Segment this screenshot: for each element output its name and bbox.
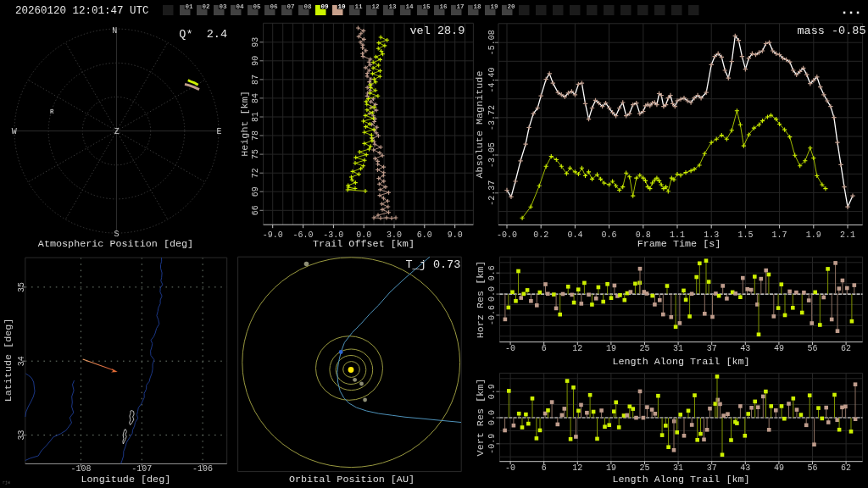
svg-text:0.6: 0.6 [602, 230, 617, 240]
svg-text:0.9: 0.9 [487, 384, 497, 399]
svg-text:10: 10 [338, 3, 347, 10]
svg-text:-5.08: -5.08 [487, 30, 497, 55]
svg-text:75: 75 [251, 149, 260, 159]
svg-text:56: 56 [807, 344, 817, 353]
svg-text:6: 6 [542, 463, 547, 473]
svg-text:13: 13 [389, 3, 398, 10]
svg-text:0.2: 0.2 [533, 230, 548, 240]
svg-text:-2.37: -2.37 [487, 180, 497, 206]
svg-text:25: 25 [639, 463, 649, 473]
svg-text:Z: Z [114, 127, 120, 136]
svg-text:0.0: 0.0 [487, 286, 497, 302]
svg-text:9.0: 9.0 [448, 230, 463, 240]
svg-text:19: 19 [491, 3, 499, 10]
svg-text:Atmospheric Position [deg]: Atmospheric Position [deg] [38, 238, 193, 250]
svg-text:-106: -106 [192, 464, 213, 474]
svg-text:-108: -108 [70, 464, 91, 474]
svg-text:90: 90 [251, 56, 260, 66]
svg-text:Latitude [deg]: Latitude [deg] [3, 319, 14, 402]
svg-text:Horz Res [km]: Horz Res [km] [475, 261, 487, 339]
svg-text:02: 02 [203, 3, 211, 10]
svg-text:Height [km]: Height [km] [239, 91, 251, 157]
svg-text:T_j 0.73: T_j 0.73 [405, 258, 460, 271]
svg-text:-6.0: -6.0 [293, 230, 314, 240]
svg-text:0.0: 0.0 [487, 410, 497, 425]
svg-text:Absolute Magnitude: Absolute Magnitude [474, 71, 486, 179]
svg-text:19: 19 [606, 344, 616, 353]
svg-text:-0.0: -0.0 [497, 230, 517, 240]
svg-text:-3.72: -3.72 [487, 105, 497, 130]
svg-text:20: 20 [508, 3, 516, 10]
svg-text:49: 49 [774, 463, 784, 473]
svg-text:31: 31 [673, 463, 683, 473]
svg-text:19: 19 [606, 463, 616, 473]
svg-text:17: 17 [457, 3, 465, 10]
svg-text:37: 37 [707, 344, 717, 353]
svg-text:0.4: 0.4 [567, 230, 582, 240]
svg-text:-3.05: -3.05 [487, 142, 497, 168]
svg-text:-9.0: -9.0 [263, 230, 283, 240]
svg-text:Trail Offset [km]: Trail Offset [km] [313, 238, 415, 250]
svg-text:-0.9: -0.9 [487, 434, 497, 454]
svg-text:18: 18 [474, 3, 482, 10]
svg-text:87: 87 [251, 75, 260, 85]
svg-text:25: 25 [639, 344, 649, 353]
svg-text:Orbital Position [AU]: Orbital Position [AU] [289, 474, 415, 485]
svg-text:78: 78 [251, 130, 260, 141]
svg-text:49: 49 [774, 344, 784, 353]
svg-text:Q* 2.4: Q* 2.4 [179, 28, 227, 41]
svg-text:16: 16 [440, 3, 448, 10]
svg-text:mass -0.85: mass -0.85 [797, 25, 865, 37]
svg-text:1.7: 1.7 [772, 230, 787, 240]
svg-text:69: 69 [251, 186, 260, 197]
svg-text:R: R [50, 108, 54, 115]
svg-text:Frame Time [s]: Frame Time [s] [637, 238, 721, 250]
svg-text:62: 62 [841, 463, 851, 473]
svg-text:20260120 12:01:47 UTC: 20260120 12:01:47 UTC [15, 5, 149, 17]
svg-text:84: 84 [251, 93, 260, 103]
svg-text:Vert Res [km]: Vert Res [km] [475, 379, 487, 457]
svg-text:Longitude [deg]: Longitude [deg] [81, 474, 171, 485]
svg-text:1.5: 1.5 [737, 230, 753, 240]
svg-text:37: 37 [707, 463, 717, 473]
svg-text:04: 04 [236, 3, 245, 10]
svg-text:Length Along Trail [km]: Length Along Trail [km] [612, 474, 749, 485]
svg-text:03: 03 [220, 3, 228, 10]
svg-text:0.6: 0.6 [487, 265, 497, 280]
svg-text:09: 09 [321, 3, 330, 10]
svg-text:07: 07 [287, 3, 296, 10]
svg-text:-4.40: -4.40 [487, 68, 497, 93]
svg-text:12: 12 [572, 463, 582, 473]
svg-text:05: 05 [253, 3, 262, 10]
svg-text:rjw: rjw [3, 480, 10, 485]
svg-text:08: 08 [304, 3, 313, 10]
svg-text:01: 01 [186, 3, 194, 10]
svg-text:1.9: 1.9 [806, 230, 821, 240]
svg-text:14: 14 [406, 3, 415, 10]
svg-text:33: 33 [17, 430, 26, 440]
svg-text:72: 72 [251, 168, 260, 178]
svg-text:15: 15 [423, 3, 431, 10]
svg-text:-107: -107 [131, 464, 152, 474]
svg-text:34: 34 [17, 356, 26, 366]
svg-text:12: 12 [372, 3, 381, 10]
svg-text:12: 12 [572, 344, 582, 353]
svg-text:Length Along Trail [km]: Length Along Trail [km] [612, 356, 749, 368]
svg-text:93: 93 [251, 37, 260, 47]
svg-text:06: 06 [270, 3, 279, 10]
svg-text:-0: -0 [505, 344, 515, 353]
svg-text:35: 35 [17, 282, 26, 292]
svg-text:62: 62 [841, 344, 851, 353]
svg-text:11: 11 [355, 3, 364, 10]
svg-text:43: 43 [740, 344, 750, 353]
svg-text:81: 81 [251, 112, 260, 122]
svg-text:-0: -0 [505, 463, 515, 473]
svg-text:43: 43 [740, 463, 750, 473]
svg-text:W: W [12, 127, 17, 136]
svg-text:-0.6: -0.6 [487, 305, 497, 325]
svg-text:N: N [112, 26, 117, 36]
svg-text:31: 31 [673, 344, 683, 353]
svg-text:6: 6 [542, 344, 547, 353]
svg-text:6.0: 6.0 [417, 230, 432, 240]
svg-text:56: 56 [807, 463, 817, 473]
